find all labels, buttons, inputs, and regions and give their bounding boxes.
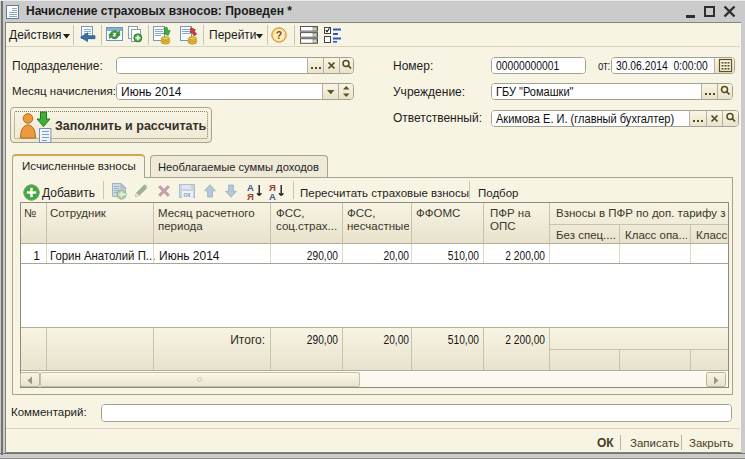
svg-text:?: ? [276, 29, 282, 41]
svg-text:Я: Я [247, 191, 254, 201]
svg-text:ОК: ОК [184, 192, 192, 198]
svg-text:А: А [269, 191, 276, 201]
